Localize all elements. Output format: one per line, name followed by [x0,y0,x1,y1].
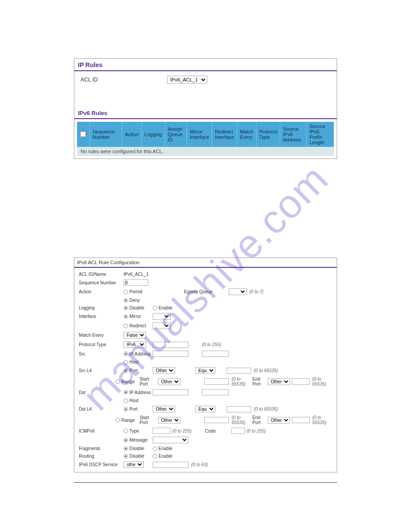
dscp-select[interactable]: other [124,461,144,468]
row-match-every: Match Every False [74,330,337,340]
routing-disable-radio[interactable] [124,454,128,459]
row-logging: Logging Disable Enable [74,304,337,312]
dst-ip-radio[interactable] [124,390,128,395]
ipv6-rules-table: Sequence Number Action Logging Assign Qu… [77,122,334,147]
frag-enable-radio[interactable] [153,446,157,451]
row-dst-ip: Dst IP Address [74,388,337,397]
src-ip-radio[interactable] [124,352,128,356]
frag-disable-radio[interactable] [124,446,128,451]
match-every-select[interactable]: False [124,332,146,339]
srcl4-port-input[interactable] [227,368,251,374]
dstl4-start-input[interactable] [204,417,229,423]
col-logging: Logging [141,122,165,147]
redirect-radio[interactable] [124,324,128,328]
protocol-input[interactable] [153,342,188,348]
dstl4-port-type-select[interactable]: Other [153,406,175,412]
redirect-select[interactable] [153,322,171,329]
logging-enable-radio[interactable] [153,306,157,310]
src-ip-mask-input[interactable] [202,351,229,357]
config-title: IPv6 ACL Rule Configuration [74,258,337,268]
col-redirect: Redirect Interface [212,122,237,147]
dstl4-end-select[interactable]: Other [268,417,290,424]
row-action-permit: Action Permit Egress Queue (0 to 7) [74,287,337,296]
dstl4-start-select[interactable]: Other [158,417,180,424]
row-fragments: Fragments Disable Enable [74,445,337,452]
egress-select[interactable] [229,288,247,295]
dstl4-port-radio[interactable] [124,407,128,412]
select-all-header[interactable] [77,122,90,147]
row-src-host: Host [74,358,337,366]
row-interface-redirect: Redirect [74,321,337,330]
ip-rules-panel: IP Rules ACL ID IPv6_ACL_1 IPv6 Rules Se… [74,58,337,159]
acl-id-select[interactable]: IPv6_ACL_1 [167,76,207,84]
col-match-every: Match Every [237,122,256,147]
src-ip-input[interactable] [153,351,188,357]
col-src-addr: Source IPv6 Address [280,122,307,147]
dst-ip-input[interactable] [153,389,188,395]
ipv6-acl-rule-config-panel: IPv6 ACL Rule Configuration ACL ID/Name … [74,257,337,472]
dstl4-equal-select[interactable]: Equal [195,406,215,412]
icmpv6-msg-radio[interactable] [124,438,128,442]
deny-radio[interactable] [124,298,128,303]
icmpv6-type-radio[interactable] [124,429,128,433]
row-dscp: IPv6 DSCP Service other (0 to 63) [74,460,337,469]
dstl4-port-input[interactable] [227,406,251,412]
row-srcl4-range: Range Start Port Other (0 to 65535) End … [74,375,337,388]
dstl4-end-input[interactable] [292,417,310,423]
mirror-radio[interactable] [124,314,128,319]
srcl4-port-type-select[interactable]: Other [153,367,175,374]
icmpv6-type-input[interactable] [153,428,171,434]
col-mirror: Mirror Interface [187,122,212,147]
row-acl-id-name: ACL ID/Name IPv6_ACL_1 [74,270,337,278]
dst-host-radio[interactable] [124,399,128,403]
acl-id-row: ACL ID IPv6_ACL_1 [74,71,337,88]
row-icmpv6-msg: Message [74,435,337,445]
select-all-checkbox[interactable] [80,131,86,137]
ipv6-rules-title: IPv6 Rules [74,106,337,119]
srcl4-equal-select[interactable]: Equal [195,367,215,374]
logging-disable-radio[interactable] [124,306,128,310]
row-action-deny: Deny [74,296,337,304]
dstl4-range-radio[interactable] [116,418,120,422]
srcl4-start-select[interactable]: Other [158,378,180,385]
row-routing: Routing Disable Enable [74,452,337,460]
srcl4-end-input[interactable] [292,378,310,385]
row-src-ip: Src IP Address [74,349,337,358]
row-interface-mirror: Interface Mirror [74,312,337,321]
row-icmpv6-type: ICMPv6 Type (0 to 255) Code (0 to 255) [74,426,337,435]
icmpv6-msg-select[interactable] [153,437,188,443]
row-seq: Sequence Number [74,278,337,287]
seq-input[interactable] [124,279,148,286]
icmpv6-code-input[interactable] [231,428,245,434]
row-dst-host: Host [74,397,337,404]
permit-radio[interactable] [124,290,128,294]
row-srcl4-port: Src L4 Port Other Equal (0 to 65535) [74,366,337,375]
srcl4-start-input[interactable] [204,378,229,385]
mirror-select[interactable] [153,313,171,320]
row-dstl4-port: Dst L4 Port Other Equal (0 to 65535) [74,404,337,414]
col-action: Action [122,122,141,147]
dst-ip-mask-input[interactable] [202,389,229,395]
acl-id-label: ACL ID [81,77,166,83]
col-seq: Sequence Number [90,122,122,147]
footer-rule [74,482,337,483]
protocol-select[interactable]: IPv6 [124,341,146,348]
acl-id-name-value: IPv6_ACL_1 [124,272,149,277]
row-protocol: Protocol Type IPv6 (0 to 255) [74,340,337,349]
src-host-radio[interactable] [124,360,128,365]
dscp-input[interactable] [153,462,188,468]
srcl4-port-radio[interactable] [124,369,128,373]
srcl4-range-radio[interactable] [116,379,120,384]
no-rules-message: No rules were configured for this ACL. [77,147,334,156]
col-protocol: Protocol Type [256,122,280,147]
ip-rules-title: IP Rules [74,59,337,71]
col-assign-queue: Assign Queue ID [165,122,187,147]
row-dstl4-range: Range Start Port Other (0 to 65535) End … [74,414,337,426]
routing-enable-radio[interactable] [153,454,157,459]
col-src-prefix: Source IPv6 Prefix Length [307,122,334,147]
srcl4-end-select[interactable]: Other [268,378,290,385]
